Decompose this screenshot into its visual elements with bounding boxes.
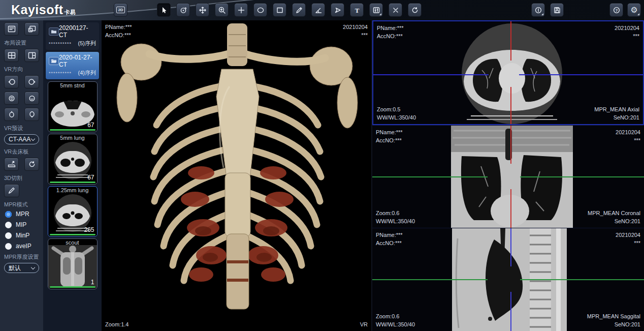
crosshair-icon xyxy=(237,6,245,14)
layout-settings-label: 布局设置 xyxy=(4,39,43,47)
text-tool-button[interactable]: T xyxy=(350,3,364,17)
scroll-tool-button[interactable] xyxy=(176,3,190,17)
mpr-stars: *** xyxy=(615,32,639,40)
crosshair-vertical-red[interactable] xyxy=(510,21,511,61)
thumbnail-1-25mm-lung-selected[interactable]: 1.25mm lung 265 xyxy=(48,186,98,237)
pan-tool-button[interactable] xyxy=(196,3,209,17)
app-logo-text: Kayisoft xyxy=(11,3,63,17)
info-button[interactable] xyxy=(531,3,545,17)
series-item-1[interactable]: 20200127-CT ********** (5)序列 xyxy=(46,22,99,50)
mpr-seno: SeNO:201 xyxy=(587,320,640,328)
head-superior-icon xyxy=(7,110,16,118)
rectangle-tool-button[interactable] xyxy=(273,3,286,17)
save-button[interactable] xyxy=(550,3,564,17)
scalpel-button[interactable] xyxy=(4,184,19,197)
thumbnail-5mm-stnd[interactable]: 5mm stnd 67 xyxy=(48,81,98,132)
mpr-date: 20210204 xyxy=(616,231,640,239)
screen-layout-button[interactable] xyxy=(4,22,19,36)
crosshair-horizontal-green[interactable] xyxy=(520,279,644,280)
crosshair-tool-button[interactable] xyxy=(234,3,248,17)
crosshair-horizontal-green[interactable] xyxy=(520,176,644,177)
mpr-mode-option-mpr[interactable]: MPR xyxy=(5,210,43,218)
vr-mode-overlay: VR xyxy=(360,320,368,328)
tool-2d-icon: 2D xyxy=(116,7,124,13)
window-level-tool-button[interactable] xyxy=(369,3,383,17)
crosshair-vertical-blue[interactable] xyxy=(510,292,511,331)
screen-layout-icon xyxy=(7,25,16,33)
vr-bed-label: VR去床板 xyxy=(4,148,43,156)
mpr-series-overlay: MPR_MEAN Coronal SeNO:201 xyxy=(588,209,640,225)
mpr-wwwl: WW/WL:350/40 xyxy=(376,320,415,328)
mpr-sagittal-viewport[interactable]: PName:*** AccNO:*** 20210204 *** Zoom:0.… xyxy=(372,228,644,331)
mpr-column: PName:*** AccNO:*** 20210204 *** Zoom:0.… xyxy=(372,20,644,331)
series-patient-masked: ********** xyxy=(49,41,72,46)
crosshair-horizontal-blue[interactable] xyxy=(373,74,489,75)
series-title: 20200127-CT xyxy=(59,24,96,39)
crosshair-vertical-red[interactable] xyxy=(510,126,511,164)
series-patient-masked: ********** xyxy=(49,71,72,76)
vr-date: 20210204 xyxy=(343,23,368,31)
grid-2x2-button[interactable] xyxy=(4,49,19,62)
delete-tool-button[interactable] xyxy=(389,3,402,17)
angle-tool-button[interactable] xyxy=(311,3,325,17)
series-item-2-selected[interactable]: 2020-01-27-CT ********** (4)序列 xyxy=(46,52,99,79)
mpr-study-overlay: 20210204 *** xyxy=(615,24,639,40)
zoom-tool-button[interactable] xyxy=(215,3,229,17)
arrow-annotation-tool-button[interactable] xyxy=(331,3,344,17)
arrow-annotation-icon xyxy=(334,6,342,14)
ellipse-icon xyxy=(256,6,265,14)
scroll-icon xyxy=(179,6,187,14)
mpr-zoom: Zoom:0.5 xyxy=(377,105,416,113)
thumbnail-progress-bar xyxy=(50,234,95,235)
vr-zoom-overlay: Zoom:1.4 xyxy=(105,320,128,328)
tool-2d-button[interactable]: 2D xyxy=(114,3,127,17)
thumbnail-label: scout xyxy=(48,239,97,246)
thumbnail-label: 5mm stnd xyxy=(48,82,97,88)
thumbnail-slice-number: 67 xyxy=(87,122,94,129)
settings-button[interactable]: ⚙ xyxy=(627,3,641,17)
mpr-mode-option-mip[interactable]: MIP xyxy=(5,221,43,228)
vr-head-inferior-button[interactable] xyxy=(24,108,39,121)
vr-preset-select[interactable]: CT-AAA xyxy=(4,134,39,144)
help-button[interactable]: ? xyxy=(609,3,623,17)
thumbnail-scout[interactable]: scout 1 xyxy=(48,238,98,289)
vr-head-posterior-button[interactable] xyxy=(24,92,39,105)
crosshair-horizontal-green[interactable] xyxy=(372,176,488,177)
mpr-mode-option-minp[interactable]: MinP xyxy=(5,232,43,239)
mpr-accno: AccNO:*** xyxy=(376,239,403,247)
crosshair-horizontal-blue[interactable] xyxy=(519,74,643,75)
pencil-tool-button[interactable] xyxy=(292,3,306,17)
mpr-thickness-select[interactable]: 默认 xyxy=(4,263,39,273)
report-layout-button[interactable] xyxy=(24,22,39,36)
left-sidebar: 布局设置 VR方向 xyxy=(0,20,43,331)
pointer-tool-button[interactable] xyxy=(157,3,171,17)
mpr-view-name: MPR_MEAN Coronal xyxy=(588,209,640,217)
cut3d-row xyxy=(0,184,43,197)
mpr-thickness-label: MPR厚度设置 xyxy=(4,253,43,261)
bed-reset-button[interactable] xyxy=(24,158,39,171)
grid-layout-row xyxy=(0,49,43,62)
mpr-axial-viewport[interactable]: PName:*** AccNO:*** 20210204 *** Zoom:0.… xyxy=(372,20,644,125)
vr-head-superior-button[interactable] xyxy=(4,108,19,121)
crosshair-vertical-red[interactable] xyxy=(510,87,511,124)
remove-bed-button[interactable] xyxy=(4,158,19,171)
crosshair-vertical-red[interactable] xyxy=(510,189,511,228)
mpr-study-overlay: 20210204 *** xyxy=(616,128,640,144)
vr-accno: AccNO:*** xyxy=(105,31,132,39)
crosshair-vertical-blue[interactable] xyxy=(510,228,511,266)
radio-icon xyxy=(5,243,12,250)
vr-head-anterior-button[interactable] xyxy=(4,92,19,105)
mpr-coronal-viewport[interactable]: PName:*** AccNO:*** 20210204 *** Zoom:0.… xyxy=(372,125,644,229)
ellipse-tool-button[interactable] xyxy=(253,3,267,17)
thumbnail-5mm-lung[interactable]: 5mm lung 67 xyxy=(48,134,98,185)
grid-1-2-button[interactable] xyxy=(24,49,39,62)
vr-head-right-button[interactable] xyxy=(24,75,39,88)
crosshair-horizontal-green[interactable] xyxy=(372,279,488,280)
vr-head-left-button[interactable] xyxy=(4,75,19,88)
vr-viewport[interactable]: PName:*** AccNO:*** 20210204 *** Zoom:1.… xyxy=(102,20,372,331)
series-count: (4)序列 xyxy=(78,69,96,77)
radio-label: aveIP xyxy=(16,243,31,250)
mpr-mode-option-aveip[interactable]: aveIP xyxy=(5,243,43,250)
reset-tool-button[interactable] xyxy=(408,3,422,17)
title-bar: Kayisoft 卡易 2D xyxy=(0,0,644,20)
